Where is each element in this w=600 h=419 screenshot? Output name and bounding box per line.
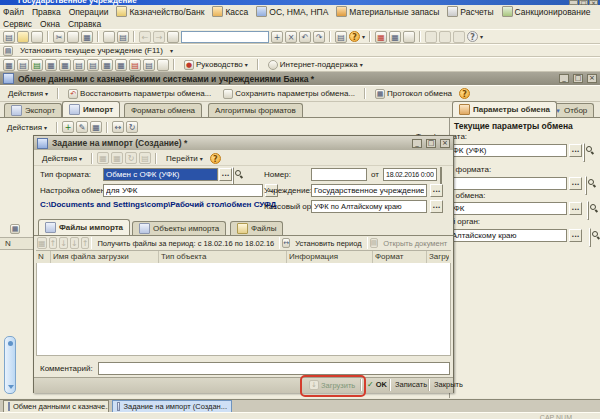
save-exchange-params-button[interactable]: Сохранить параметры обмена...	[218, 87, 360, 101]
reread-icon[interactable]: ↻	[125, 152, 137, 164]
menu-service[interactable]: Сервис	[2, 19, 33, 29]
payment-order-icon[interactable]: ▤	[17, 59, 29, 71]
param-format-type-lookup-icon[interactable]	[583, 143, 585, 162]
menu-file[interactable]: Файл	[2, 7, 25, 17]
window-icon[interactable]	[425, 31, 437, 43]
menu-edit[interactable]: Правка	[31, 7, 62, 17]
format-type-input[interactable]	[103, 168, 218, 181]
list-icon[interactable]: ▦	[90, 121, 102, 133]
tab-import-objects[interactable]: Объекты импорта	[132, 221, 226, 235]
nav-forward-icon[interactable]: →	[153, 31, 165, 43]
paste-icon[interactable]: ▦	[81, 31, 93, 43]
sort-asc-icon[interactable]: ↓	[70, 237, 79, 249]
exchange-icon[interactable]	[403, 31, 415, 43]
tab-exchange-params[interactable]: Параметры обмена	[452, 101, 557, 117]
ok-button[interactable]: ✓OK	[364, 379, 390, 390]
format-type-ellipsis-button[interactable]: ...	[219, 168, 232, 181]
taskbar-tab-exchange[interactable]: Обмен данными с казначе...	[3, 400, 109, 413]
help-icon[interactable]: ?	[210, 153, 221, 164]
param-exchange-setup-lookup-icon[interactable]	[587, 201, 589, 220]
param-format-setup-ellipsis-button[interactable]: ...	[569, 177, 582, 190]
print-preview-icon[interactable]: ▤	[117, 31, 129, 43]
clear-icon[interactable]: ×	[285, 31, 297, 43]
menu-fixed-assets[interactable]: ОС, НМА, НПА	[255, 6, 329, 17]
add-row-icon[interactable]: +	[62, 121, 74, 133]
open-document-button[interactable]: Открыть документ	[380, 238, 450, 249]
table-icon[interactable]: ▦	[389, 31, 401, 43]
left-scrollbar[interactable]	[4, 336, 16, 394]
journal-icon[interactable]: ▦	[3, 59, 15, 71]
column-settings-icon[interactable]: ▦	[10, 224, 20, 234]
menu-materials[interactable]: Материальные запасы	[335, 6, 440, 17]
set-current-institution-button[interactable]: Установить текущее учреждение (F11)	[15, 44, 168, 57]
add-icon[interactable]: +	[271, 31, 283, 43]
minimize-child-button[interactable]: _	[559, 74, 569, 83]
dialog-actions-button[interactable]: Действия▾	[37, 152, 87, 165]
goto-menu-button[interactable]: Перейти▾	[161, 152, 208, 165]
tab-import[interactable]: Импорт	[62, 101, 120, 117]
dialog-titlebar[interactable]: Задание на импорт (Создание) * _ □ ×	[34, 136, 453, 150]
set-institution-icon[interactable]: ▤	[3, 46, 13, 56]
comment-input[interactable]	[98, 362, 450, 375]
chevron-down-icon[interactable]: ▾	[362, 33, 365, 40]
taskbar-tab-import-task[interactable]: Задание на импорт (Создан...	[112, 400, 232, 413]
sort-desc-icon[interactable]: ↑	[81, 237, 90, 249]
save-icon[interactable]	[31, 31, 43, 43]
report-icon[interactable]: ▦	[375, 31, 387, 43]
param-format-type-ellipsis-button[interactable]: ...	[569, 144, 582, 157]
tab-exchange-formats[interactable]: Форматы обмена	[124, 103, 202, 117]
restore-child-button[interactable]: □	[573, 74, 583, 83]
guide-button[interactable]: ●Руководство▾	[179, 58, 253, 72]
param-exchange-setup-ellipsis-button[interactable]: ...	[569, 202, 582, 215]
dialog-maximize-button[interactable]: □	[426, 139, 436, 148]
close-child-button[interactable]: ×	[587, 74, 597, 83]
set-period-button[interactable]: Установить период	[292, 238, 364, 249]
copy-icon[interactable]	[67, 31, 79, 43]
application-icon[interactable]: ▦	[45, 59, 57, 71]
dialog-close-button[interactable]: ×	[440, 139, 450, 148]
close-button[interactable]: Закрыть	[431, 379, 466, 390]
import-actions-button[interactable]: Действия▾	[2, 121, 52, 134]
move-up-icon[interactable]: ↑	[49, 237, 58, 249]
menu-authorization[interactable]: Санкционирование	[501, 6, 592, 17]
exchange-treasury-icon[interactable]: ▦	[115, 59, 127, 71]
exchange-setup-input[interactable]	[103, 184, 263, 197]
reports-icon[interactable]: ▤	[129, 59, 141, 71]
param-format-setup-lookup-icon[interactable]	[585, 176, 587, 195]
window-tile-icon[interactable]	[453, 31, 465, 43]
copy-icon[interactable]: ▦	[97, 152, 109, 164]
write-button[interactable]: Записать	[392, 379, 430, 390]
exchange-window-titlebar[interactable]: Обмен данными с казначейскими системами …	[0, 72, 600, 85]
tab-import-files[interactable]: Файлы импорта	[38, 219, 130, 235]
redo-icon[interactable]: ↷	[313, 31, 325, 43]
tab-files[interactable]: Файлы	[230, 221, 283, 235]
list-icon[interactable]: ▦	[111, 152, 123, 164]
institution-ellipsis-button[interactable]: ...	[430, 184, 443, 197]
cut-icon[interactable]: ✂	[53, 31, 65, 43]
number-input[interactable]	[311, 168, 367, 181]
menu-treasury-bank[interactable]: Казначейство/Банк	[115, 6, 205, 17]
help-icon[interactable]: ?	[459, 88, 470, 99]
registry-icon[interactable]: ▦	[59, 59, 71, 71]
nav-back-icon[interactable]: ←	[139, 31, 151, 43]
table-settings-icon[interactable]: ▦	[37, 237, 47, 249]
menu-operations[interactable]: Операции	[68, 7, 110, 17]
archive-icon[interactable]	[157, 59, 169, 71]
menu-cash[interactable]: Касса	[211, 6, 249, 17]
internet-support-button[interactable]: Интернет-поддержка▾	[263, 58, 368, 72]
statement-icon[interactable]: ▤	[73, 59, 85, 71]
tab-export[interactable]: Экспорт	[4, 103, 62, 117]
cash-request-icon[interactable]: ▤	[31, 59, 43, 71]
order-icon[interactable]: ▤	[87, 59, 99, 71]
get-files-for-period-button[interactable]: Получить файлы за период: с 18.02.16 по …	[94, 238, 277, 249]
import-export-icon[interactable]: ▦	[101, 59, 113, 71]
search-icon[interactable]	[167, 31, 179, 43]
search-input[interactable]	[181, 31, 269, 43]
menu-help[interactable]: Справка	[67, 19, 102, 29]
structure-icon[interactable]: ▤	[139, 152, 151, 164]
chevron-down-icon[interactable]: ▾	[480, 33, 483, 40]
restore-exchange-params-button[interactable]: ↶Восстановить параметры обмена...	[63, 87, 216, 101]
open-icon[interactable]	[17, 31, 29, 43]
new-document-icon[interactable]: ▤	[3, 31, 15, 43]
date-input[interactable]	[383, 168, 437, 181]
